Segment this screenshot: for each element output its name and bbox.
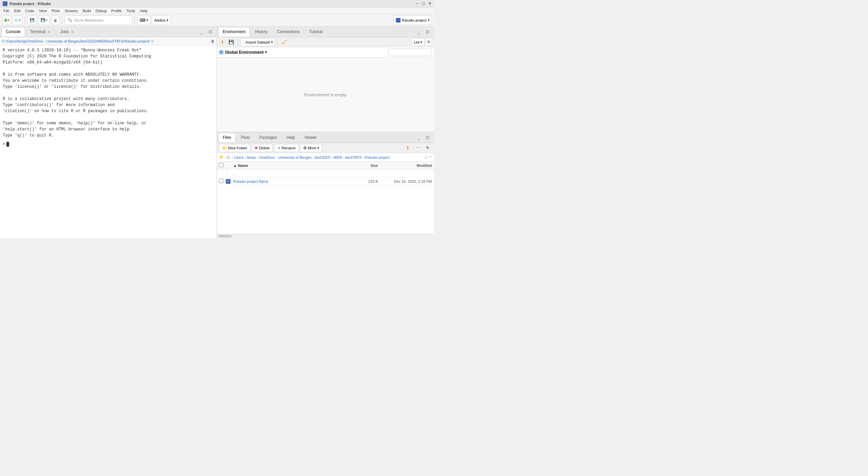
breadcrumb-users[interactable]: Users — [234, 155, 244, 159]
console-prompt-area[interactable]: > — [3, 141, 214, 147]
row-checkbox[interactable] — [219, 179, 223, 183]
save-button[interactable]: 💾 — [27, 16, 37, 25]
tab-plots[interactable]: Plots — [236, 133, 254, 142]
console-line-5: You are welcome to redistribute it under… — [3, 78, 214, 84]
delete-button[interactable]: ✖ Delete — [251, 144, 273, 152]
env-maximize-button[interactable]: ⊡ — [424, 28, 431, 35]
menu-profile[interactable]: Profile — [109, 8, 124, 14]
tab-jobs[interactable]: Jobs ✕ — [56, 27, 78, 36]
tab-tutorial[interactable]: Tutorial — [305, 27, 327, 36]
import-dataset-button[interactable]: ↓ Import Dataset ▾ — [240, 38, 275, 46]
row-parent-name[interactable]: .. — [233, 171, 351, 175]
env-save-button[interactable]: 💾 — [227, 38, 235, 46]
console-line-10: Type 'demo()' for some demos, 'help()' f… — [3, 120, 214, 126]
breadcrumb-bioceed[interactable]: bioCEED — [315, 155, 330, 159]
menu-plots[interactable]: Plots — [50, 8, 62, 14]
files-more-opts-button[interactable]: ⋯ — [413, 144, 423, 152]
console-path-copy-icon[interactable]: ⎘ — [151, 39, 154, 43]
terminal-close-icon[interactable]: ✕ — [47, 30, 51, 34]
maximize-pane-button[interactable]: ⊡ — [207, 28, 214, 35]
env-minimize-button[interactable]: _ — [415, 28, 423, 35]
goto-placeholder[interactable]: Go to file/function — [74, 18, 103, 22]
breadcrumb-home-nav[interactable]: ⌂ — [425, 155, 427, 160]
code-tools-button[interactable]: ⌨ ▾ — [137, 16, 150, 25]
menu-session[interactable]: Session — [63, 8, 80, 14]
close-button[interactable]: ✕ — [428, 1, 431, 6]
rstudio-project-button[interactable]: Rstudio project ▾ — [393, 16, 432, 25]
header-size[interactable]: Size — [351, 164, 378, 168]
print-button[interactable]: 🖨 — [51, 16, 59, 25]
title-bar-controls: ─ ◻ ✕ — [416, 1, 431, 6]
global-env-selector[interactable]: Global Environment ▾ — [219, 50, 267, 55]
files-upload-button[interactable]: ⬆ — [403, 144, 412, 152]
files-refresh-button[interactable]: ↻ — [424, 144, 432, 152]
breadcrumb-onedrive[interactable]: OneDrive - University of Bergen — [259, 155, 312, 159]
env-refresh-button[interactable]: ↻ — [426, 38, 432, 46]
row-check[interactable] — [219, 179, 226, 184]
table-row[interactable]: ↑ .. — [217, 169, 434, 177]
tab-viewer[interactable]: Viewer — [300, 133, 321, 142]
breadcrumb-c[interactable]: C: — [227, 155, 231, 159]
select-all-checkbox[interactable] — [219, 163, 223, 167]
right-top-panel: Environment History Connections Tutorial… — [217, 26, 434, 132]
sort-name-icon: ▲ — [233, 164, 237, 168]
env-search-input[interactable] — [388, 49, 432, 56]
breadcrumb-rstudio-project[interactable]: Rstudio project — [365, 155, 389, 159]
open-project-button[interactable]: ⊙ ▾ — [13, 16, 22, 25]
minimize-pane-button[interactable]: _ — [198, 28, 205, 35]
addins-dropdown-icon: ▾ — [167, 18, 168, 22]
console-line-blank-2 — [3, 90, 214, 96]
header-name[interactable]: ▲ Name — [233, 164, 351, 168]
open-project-dropdown[interactable]: ▾ — [19, 18, 21, 22]
files-minimize-button[interactable]: _ — [415, 134, 423, 141]
menu-file[interactable]: File — [1, 8, 11, 14]
menu-view[interactable]: View — [37, 8, 49, 14]
files-maximize-button[interactable]: ⊡ — [424, 134, 431, 141]
new-source-dropdown-icon[interactable]: ▾ — [8, 18, 9, 22]
console-tab-label: Console — [6, 29, 21, 34]
menu-code[interactable]: Code — [23, 8, 36, 14]
jobs-close-icon[interactable]: ✕ — [70, 30, 74, 34]
breadcrumb-biostats[interactable]: bioSTATS — [345, 155, 362, 159]
tab-connections[interactable]: Connections — [273, 27, 304, 36]
console-path-link[interactable]: C:/Users/femjs/OneDrive - University of … — [2, 39, 150, 43]
env-list-button[interactable]: List ▾ — [411, 38, 425, 46]
rstudio-project-label: Rstudio project — [402, 18, 427, 22]
tab-environment[interactable]: Environment — [218, 27, 250, 36]
menu-build[interactable]: Build — [80, 8, 93, 14]
tab-packages[interactable]: Packages — [255, 133, 282, 142]
scrollbar-thumb[interactable] — [218, 235, 232, 237]
horizontal-scrollbar[interactable] — [217, 234, 434, 238]
tab-terminal[interactable]: Terminal ✕ — [26, 27, 55, 36]
tab-files[interactable]: Files — [218, 133, 236, 142]
menu-tools[interactable]: Tools — [124, 8, 137, 14]
table-row[interactable]: R Rstudio project.Rproj 218 B Dec 16, 20… — [217, 177, 434, 185]
breadcrumb-options[interactable]: ⋯ — [428, 155, 432, 160]
more-button[interactable]: ⚙ More ▾ — [300, 144, 322, 152]
env-load-button[interactable]: ⬆ — [219, 38, 226, 46]
header-modified[interactable]: Modified — [378, 164, 432, 168]
console-clear-icon[interactable]: 🗑 — [211, 39, 215, 43]
addins-button[interactable]: Addins ▾ — [152, 16, 171, 25]
new-folder-button[interactable]: 📁 New Folder — [219, 144, 250, 152]
menu-help[interactable]: Help — [138, 8, 150, 14]
tab-console[interactable]: Console — [1, 27, 25, 36]
global-env-dropdown[interactable]: ▾ — [265, 50, 267, 54]
new-source-button[interactable]: ✚ ▾ — [2, 16, 11, 25]
menu-debug[interactable]: Debug — [94, 8, 108, 14]
restore-button[interactable]: ◻ — [422, 1, 425, 6]
header-checkbox[interactable] — [219, 163, 226, 168]
minimize-button[interactable]: ─ — [416, 1, 418, 6]
breadcrumb-web[interactable]: WEB — [334, 155, 342, 159]
tab-history[interactable]: History — [250, 27, 272, 36]
rename-button[interactable]: ➜ Rename — [274, 144, 299, 152]
menu-edit[interactable]: Edit — [12, 8, 23, 14]
import-icon: ↓ — [243, 40, 245, 44]
env-clear-button[interactable]: 🧹 — [280, 38, 288, 46]
breadcrumb-femjs[interactable]: femjs — [247, 155, 256, 159]
breadcrumb-sep-1: › — [232, 155, 233, 159]
tab-help[interactable]: Help — [282, 133, 299, 142]
row-rproj-name[interactable]: Rstudio project.Rproj — [233, 179, 351, 183]
files-tab-bar: Files Plots Packages Help Viewer _ ⊡ — [217, 132, 434, 143]
save-all-button[interactable]: 💾+ — [38, 16, 50, 25]
